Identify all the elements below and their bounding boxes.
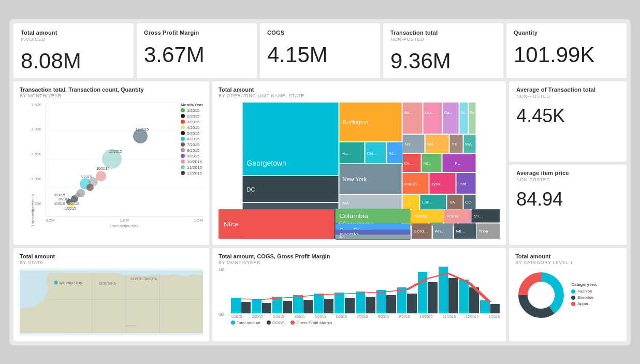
treemap-tx1-label: TX (452, 142, 458, 147)
bar-g4 (293, 295, 313, 313)
bar-container: 1/2015 2/2015 3/2015 4/2015 5/2015 6/201… (231, 267, 500, 325)
bar-g3 (272, 297, 292, 313)
bar-g7 (356, 292, 375, 313)
bar-x-5: 5/2015 (315, 315, 326, 318)
bar-chart-panel: Total amount, COGS, Gross Profit Margin … (212, 248, 506, 341)
kpi-transaction-total-value: 9.36M (390, 50, 496, 72)
treemap-ca1[interactable] (443, 103, 459, 134)
kpi-total-amount-value: 8.08M (21, 50, 126, 72)
donut-legend-title: Category lev. (571, 282, 597, 287)
treemap-svg: Georgetown DC Boston MA Burlington Atl..… (219, 103, 500, 240)
treemap-ma-label: MA (428, 142, 434, 147)
treemap-dc[interactable] (243, 176, 339, 202)
bar-teal-1 (231, 298, 241, 313)
treemap-los[interactable] (424, 103, 442, 134)
kpi-quantity: Quantity 101.99K (506, 23, 627, 78)
treemap-title: Total amount (219, 86, 500, 93)
avg-item-price-title: Average item price (516, 170, 619, 176)
donut-area: Category lev. Fashion Exercise Appar... (515, 269, 620, 321)
bar-g5 (314, 294, 333, 313)
y-tick-1: 3,500 (31, 103, 41, 107)
treemap-fl-label: FL (455, 161, 460, 166)
bubble-dec15 (133, 129, 148, 143)
bar-teal-5 (314, 294, 324, 313)
bar-x-12: 12/2015 (466, 315, 478, 318)
bar-g6 (334, 293, 354, 313)
treemap-atl1[interactable] (403, 103, 423, 134)
avg-transaction-card: Average of Transaction total NON-POSTED … (509, 81, 627, 162)
treemap-ma2[interactable] (340, 195, 402, 210)
treemap-subtitle: BY OPERATING UNIT NAME, STATE (219, 93, 500, 98)
kpi-quantity-value: 101.99K (514, 44, 619, 66)
legend-9-2015-label: 9/2015 (187, 154, 199, 158)
treemap-cost-label: Cost... (458, 182, 470, 186)
legend-8-2015-label: 8/2015 (187, 148, 199, 153)
bar-x-10: 10/2015 (420, 315, 433, 318)
bar-x-4: 4/2015 (294, 315, 305, 318)
kpi-cogs-value: 4.15M (267, 44, 373, 66)
bar-legend-dark: COGS (267, 321, 285, 325)
bar-legend-teal: Total amount (231, 321, 260, 325)
treemap-oakbr-label: Oak Br... (404, 182, 420, 186)
donut-legend-fashion: Fashion (571, 289, 597, 294)
label-nov15: 11/2015 (109, 150, 122, 153)
bar-dark-8 (386, 295, 396, 313)
bar-dark-6 (345, 298, 355, 313)
label-2-2015: 2/2015 (68, 202, 79, 206)
bar-x-11: 11/2015 (443, 315, 456, 318)
donut-title: Total amount (515, 253, 620, 259)
donut-legend-apparel: Appar... (571, 301, 597, 306)
bar-dark-2 (262, 303, 272, 313)
kpi-transaction-total: Transaction total NON-POSTED 9.36M (383, 23, 503, 78)
map-subtitle: BY STATE (20, 260, 203, 265)
legend-4-2015-label: 4/2015 (187, 125, 199, 130)
bar-dark-7 (366, 297, 375, 313)
treemap-lon-label: Lon... (423, 200, 433, 205)
kpi-cogs: COGS 4.15M (260, 23, 380, 78)
treemap-co-label: CO (466, 200, 472, 205)
legend-12-2015-label: 12/2015 (187, 171, 202, 176)
legend-2-2015: 2/2015 (181, 114, 203, 119)
label-may15: 5/2015 (81, 175, 92, 179)
y-tick-2: 3,000 (31, 127, 41, 132)
scatter-panel: Transaction total, Transaction count, Qu… (13, 81, 209, 245)
bar-teal-12 (459, 280, 469, 313)
treemap-fl2-label: FL (464, 216, 470, 221)
treemap-atl1-label: Atl... (404, 110, 413, 115)
bar-chart-body: 1M 0M (219, 267, 500, 325)
bar-dark-11 (448, 278, 458, 313)
treemap-au[interactable] (460, 103, 468, 134)
treemap-container: Georgetown DC Boston MA Burlington Atl..… (219, 103, 500, 240)
legend-8-2015: 8/2015 (181, 148, 203, 153)
treemap-newyork-label: New York (343, 176, 367, 182)
fashion-label: Fashion (577, 289, 592, 294)
svg-text:NORTH DAKOTA: NORTH DAKOTA (130, 277, 157, 281)
apparel-dot (571, 302, 575, 306)
exercise-label: Exercise (577, 295, 593, 300)
legend-12-2015: 12/2015 (181, 171, 203, 176)
bar-g10 (418, 272, 438, 313)
map-panel: Total amount BY STATE WAS (13, 248, 209, 341)
kpi-quantity-title: Quantity (514, 30, 619, 36)
label-mar15: 3/2015 (54, 193, 65, 197)
dark-dot (267, 321, 271, 325)
bar-legend-red-label: Gross Profit Margin (296, 321, 332, 325)
treemap-dc-label: DC (247, 186, 255, 193)
treemap-ca1-label: Ca... (444, 110, 453, 115)
svg-text:MONTANA: MONTANA (99, 282, 117, 285)
treemap-be[interactable] (469, 103, 476, 134)
right-panel: Average of Transaction total NON-POSTED … (509, 81, 627, 245)
treemap-tyso-label: Tyso... (431, 182, 444, 186)
bar-teal-2 (252, 299, 261, 313)
map-svg: WASHINGTON MONTANA NORTH DAKOTA SOUTH... (20, 268, 203, 336)
scatter-xaxis: 0.5M 1.0M 1.5M (46, 216, 203, 223)
avg-item-price-value: 84.94 (516, 188, 619, 210)
legend-3-2015-label: 3/2015 (187, 120, 199, 124)
x-tick-2: 1.0M (120, 218, 129, 223)
bar-dark-5 (324, 299, 334, 313)
donut-panel: Total amount BY CATEGORY LEVEL 1 Categor (509, 248, 627, 341)
bar-chart-title: Total amount, COGS, Gross Profit Margin (219, 253, 500, 259)
legend-3-2015: 3/2015 (181, 120, 203, 124)
scatter-xlabel: Transaction total (46, 224, 203, 228)
bar-g1 (231, 298, 251, 313)
